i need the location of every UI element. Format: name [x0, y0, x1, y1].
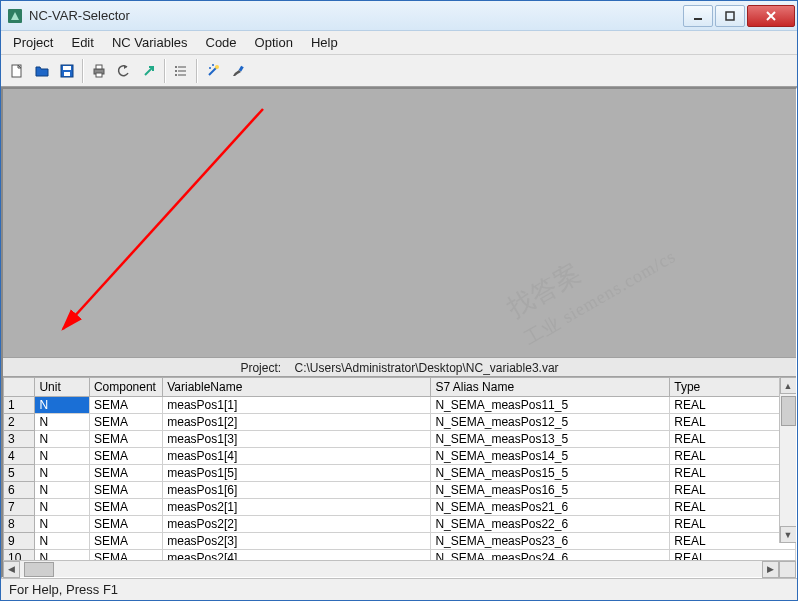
col-component[interactable]: Component [89, 378, 162, 397]
cell-varname[interactable]: measPos1[5] [163, 465, 431, 482]
cell-component[interactable]: SEMA [89, 465, 162, 482]
minimize-button[interactable] [683, 5, 713, 27]
list-button[interactable] [169, 59, 193, 83]
cell-alias[interactable]: N_SEMA_measPos21_6 [431, 499, 670, 516]
cell-unit[interactable]: N [35, 431, 89, 448]
scroll-up-button[interactable]: ▲ [780, 377, 797, 394]
horizontal-scrollbar[interactable]: ◀ ▶ [3, 560, 796, 577]
cell-component[interactable]: SEMA [89, 431, 162, 448]
cell-alias[interactable]: N_SEMA_measPos13_5 [431, 431, 670, 448]
cell-rownum[interactable]: 4 [4, 448, 35, 465]
scroll-down-button[interactable]: ▼ [780, 526, 797, 543]
undo-button[interactable] [112, 59, 136, 83]
close-button[interactable] [747, 5, 795, 27]
cell-type[interactable]: REAL [670, 465, 796, 482]
cell-varname[interactable]: measPos1[1] [163, 397, 431, 414]
scroll-right-button[interactable]: ▶ [762, 561, 779, 578]
cell-rownum[interactable]: 9 [4, 533, 35, 550]
cell-varname[interactable]: measPos2[4] [163, 550, 431, 561]
col-varname[interactable]: VariableName [163, 378, 431, 397]
cell-type[interactable]: REAL [670, 431, 796, 448]
cell-component[interactable]: SEMA [89, 414, 162, 431]
redo-button[interactable] [137, 59, 161, 83]
cell-unit[interactable]: N [35, 465, 89, 482]
col-type[interactable]: Type [670, 378, 796, 397]
cell-component[interactable]: SEMA [89, 499, 162, 516]
cell-type[interactable]: REAL [670, 516, 796, 533]
cell-alias[interactable]: N_SEMA_measPos12_5 [431, 414, 670, 431]
cell-component[interactable]: SEMA [89, 516, 162, 533]
cell-unit[interactable]: N [35, 482, 89, 499]
variable-table[interactable]: Unit Component VariableName S7 Alias Nam… [3, 377, 796, 560]
table-row[interactable]: 4NSEMAmeasPos1[4]N_SEMA_measPos14_5REAL [4, 448, 796, 465]
cell-alias[interactable]: N_SEMA_measPos23_6 [431, 533, 670, 550]
cell-varname[interactable]: measPos1[6] [163, 482, 431, 499]
menu-edit[interactable]: Edit [63, 32, 101, 53]
col-alias[interactable]: S7 Alias Name [431, 378, 670, 397]
cell-unit[interactable]: N [35, 499, 89, 516]
cell-type[interactable]: REAL [670, 448, 796, 465]
vertical-scrollbar[interactable]: ▲ ▼ [779, 377, 796, 543]
cell-unit[interactable]: N [35, 397, 89, 414]
save-button[interactable] [55, 59, 79, 83]
menu-code[interactable]: Code [198, 32, 245, 53]
table-row[interactable]: 5NSEMAmeasPos1[5]N_SEMA_measPos15_5REAL [4, 465, 796, 482]
hscroll-thumb[interactable] [24, 562, 54, 577]
maximize-button[interactable] [715, 5, 745, 27]
menu-nc-variables[interactable]: NC Variables [104, 32, 196, 53]
cell-varname[interactable]: measPos1[3] [163, 431, 431, 448]
cell-alias[interactable]: N_SEMA_measPos22_6 [431, 516, 670, 533]
vscroll-thumb[interactable] [781, 396, 796, 426]
table-row[interactable]: 8NSEMAmeasPos2[2]N_SEMA_measPos22_6REAL [4, 516, 796, 533]
cell-rownum[interactable]: 1 [4, 397, 35, 414]
cell-rownum[interactable]: 8 [4, 516, 35, 533]
brush-button[interactable] [226, 59, 250, 83]
table-row[interactable]: 7NSEMAmeasPos2[1]N_SEMA_measPos21_6REAL [4, 499, 796, 516]
open-file-button[interactable] [30, 59, 54, 83]
cell-component[interactable]: SEMA [89, 448, 162, 465]
cell-rownum[interactable]: 6 [4, 482, 35, 499]
cell-component[interactable]: SEMA [89, 533, 162, 550]
table-row[interactable]: 3NSEMAmeasPos1[3]N_SEMA_measPos13_5REAL [4, 431, 796, 448]
new-file-button[interactable] [5, 59, 29, 83]
cell-alias[interactable]: N_SEMA_measPos11_5 [431, 397, 670, 414]
cell-rownum[interactable]: 10 [4, 550, 35, 561]
cell-varname[interactable]: measPos2[3] [163, 533, 431, 550]
cell-alias[interactable]: N_SEMA_measPos16_5 [431, 482, 670, 499]
hscroll-track[interactable] [54, 562, 762, 577]
cell-unit[interactable]: N [35, 414, 89, 431]
cell-varname[interactable]: measPos2[1] [163, 499, 431, 516]
print-button[interactable] [87, 59, 111, 83]
cell-alias[interactable]: N_SEMA_measPos14_5 [431, 448, 670, 465]
cell-unit[interactable]: N [35, 448, 89, 465]
table-row[interactable]: 2NSEMAmeasPos1[2]N_SEMA_measPos12_5REAL [4, 414, 796, 431]
wand-button[interactable] [201, 59, 225, 83]
cell-unit[interactable]: N [35, 533, 89, 550]
cell-type[interactable]: REAL [670, 550, 796, 561]
cell-varname[interactable]: measPos1[2] [163, 414, 431, 431]
col-rownum[interactable] [4, 378, 35, 397]
menu-option[interactable]: Option [247, 32, 301, 53]
menu-project[interactable]: Project [5, 32, 61, 53]
cell-varname[interactable]: measPos1[4] [163, 448, 431, 465]
cell-rownum[interactable]: 7 [4, 499, 35, 516]
cell-unit[interactable]: N [35, 516, 89, 533]
cell-type[interactable]: REAL [670, 397, 796, 414]
cell-alias[interactable]: N_SEMA_measPos15_5 [431, 465, 670, 482]
cell-type[interactable]: REAL [670, 499, 796, 516]
table-row[interactable]: 10NSEMAmeasPos2[4]N_SEMA_measPos24_6REAL [4, 550, 796, 561]
scroll-left-button[interactable]: ◀ [3, 561, 20, 578]
cell-component[interactable]: SEMA [89, 397, 162, 414]
col-unit[interactable]: Unit [35, 378, 89, 397]
cell-component[interactable]: SEMA [89, 482, 162, 499]
table-row[interactable]: 1NSEMAmeasPos1[1]N_SEMA_measPos11_5REAL [4, 397, 796, 414]
table-row[interactable]: 6NSEMAmeasPos1[6]N_SEMA_measPos16_5REAL [4, 482, 796, 499]
cell-unit[interactable]: N [35, 550, 89, 561]
cell-component[interactable]: SEMA [89, 550, 162, 561]
cell-type[interactable]: REAL [670, 482, 796, 499]
cell-alias[interactable]: N_SEMA_measPos24_6 [431, 550, 670, 561]
menu-help[interactable]: Help [303, 32, 346, 53]
cell-rownum[interactable]: 2 [4, 414, 35, 431]
cell-type[interactable]: REAL [670, 414, 796, 431]
cell-rownum[interactable]: 5 [4, 465, 35, 482]
